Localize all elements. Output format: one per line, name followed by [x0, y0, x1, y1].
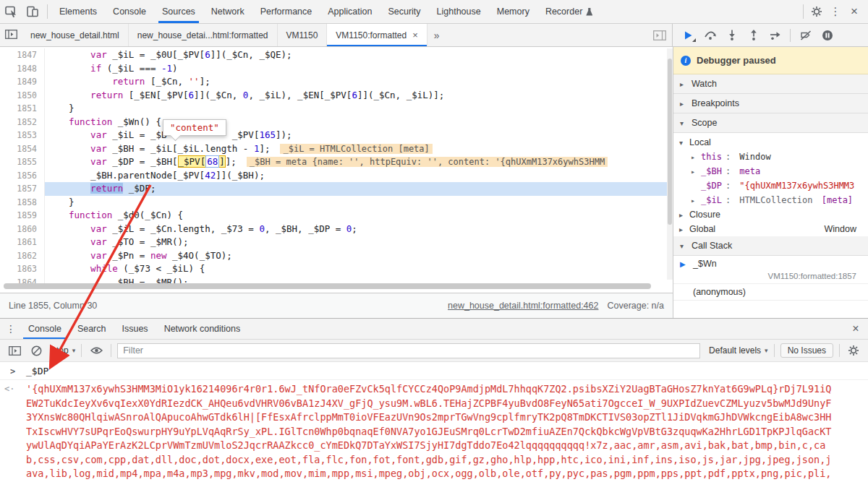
file-tab-new-house-detai-html-formatted[interactable]: new_house_detai...html:formatted [129, 24, 278, 46]
step-into-icon[interactable] [722, 26, 741, 45]
deactivate-breakpoints-icon[interactable] [796, 26, 815, 45]
log-levels-selector[interactable]: Default levels ▾ [709, 345, 768, 356]
step-icon[interactable] [765, 26, 785, 45]
section-breakpoints[interactable]: ▸Breakpoints [673, 94, 868, 113]
call-stack-frame-wn[interactable]: ▶_$WnVM1150:formatted:1857 [673, 256, 868, 284]
code-line-text[interactable]: function _$Wn() { [45, 116, 673, 129]
section-call-stack[interactable]: ▾ Call Stack [673, 236, 868, 256]
live-expression-eye-icon[interactable] [88, 341, 105, 360]
editor-horizontal-scrollbar[interactable] [4, 283, 651, 289]
editor-vertical-scrollbar[interactable] [667, 48, 673, 280]
line-number[interactable]: 1863 [0, 262, 45, 276]
line-number[interactable]: 1856 [0, 169, 45, 183]
line-number[interactable]: 1854 [0, 142, 45, 156]
code-line-text[interactable]: var _$iL = _$Cn.length, _$73 = 0, _$BH, … [45, 223, 673, 236]
filter-input[interactable] [117, 343, 700, 358]
resume-script-icon[interactable] [678, 26, 698, 45]
line-number[interactable]: 1851 [0, 102, 45, 116]
console-command-row[interactable]: > _$DP [0, 362, 868, 380]
settings-gear-icon[interactable] [807, 2, 826, 21]
drawer-tab-issues[interactable]: Issues [114, 319, 156, 339]
code-line-text[interactable]: if (_$iL === -1) [45, 62, 673, 76]
console-result-row[interactable]: <· '{qhUXmM137x6ywhS3HMM3MiO1yk16214096r… [0, 380, 868, 482]
line-number[interactable]: 1852 [0, 116, 45, 129]
console-settings-gear-icon[interactable] [846, 341, 861, 360]
console-sidebar-icon[interactable] [7, 341, 22, 360]
file-tab-vm1150[interactable]: VM1150 [278, 24, 328, 46]
main-tab-security[interactable]: Security [380, 0, 428, 23]
close-devtools-icon[interactable]: × [845, 2, 864, 21]
main-tab-sources[interactable]: Sources [154, 0, 203, 23]
toggle-debugger-sidebar-icon[interactable] [653, 24, 672, 46]
drawer-menu-icon[interactable]: ⋮ [1, 319, 20, 339]
toggle-navigator-icon[interactable] [0, 24, 22, 44]
line-number[interactable]: 1862 [0, 249, 45, 263]
main-tab-console[interactable]: Console [105, 0, 154, 23]
code-line-text[interactable]: function _$d0(_$Cn) { [45, 209, 673, 223]
file-tab-new-house-detail-html[interactable]: new_house_detail.html [22, 24, 129, 46]
scope-var-dp[interactable]: _$DP: "{qhUXmM137x6ywhS3HMM3 [673, 178, 868, 193]
scope-var-this[interactable]: ▸this: Window [673, 150, 868, 164]
line-number[interactable]: 1847 [0, 48, 45, 62]
code-line-1859: 1859function _$d0(_$Cn) { [0, 209, 673, 223]
code-line-text[interactable]: _$BH.parentNode[_$PV[42]](_$BH); [45, 169, 673, 183]
section-watch[interactable]: ▸Watch [673, 74, 868, 94]
scope-group-global[interactable]: ▸GlobalWindow [673, 222, 868, 236]
code-lines[interactable]: 1847 var _$iL = _$0U[_$PV[6]](_$Cn, _$QE… [0, 47, 673, 289]
context-selector[interactable]: top ▾ [56, 345, 75, 356]
code-line-text[interactable]: while (_$73 < _$iL) { [45, 262, 673, 276]
main-tab-network[interactable]: Network [203, 0, 252, 23]
line-number[interactable]: 1858 [0, 196, 45, 210]
line-number[interactable]: 1848 [0, 62, 45, 76]
code-line-text[interactable]: var _$TO = _$MR(); [45, 236, 673, 249]
main-tab-memory[interactable]: Memory [489, 0, 537, 23]
line-number[interactable]: 1849 [0, 75, 45, 89]
clear-console-icon[interactable] [28, 341, 44, 360]
line-number[interactable]: 1860 [0, 223, 45, 236]
main-tab-performance[interactable]: Performance [252, 0, 320, 23]
code-line-text[interactable]: var _$Pn = new _$4O(_$TO); [45, 249, 673, 263]
line-number[interactable]: 1855 [0, 155, 45, 169]
tab-close-icon[interactable]: × [412, 30, 418, 40]
issues-counter[interactable]: No Issues [780, 343, 833, 358]
line-number[interactable]: 1857 [0, 182, 45, 196]
main-tab-application[interactable]: Application [320, 0, 380, 23]
main-tab-lighthouse[interactable]: Lighthouse [429, 0, 489, 23]
code-line-text[interactable]: var _$BH = _$iL[_$iL.length - 1];_$iL = … [45, 142, 673, 156]
main-tab-elements[interactable]: Elements [51, 0, 105, 23]
line-number[interactable]: 1861 [0, 236, 45, 249]
section-scope[interactable]: ▾ Scope [673, 113, 868, 133]
more-options-icon[interactable]: ⋮ [826, 2, 845, 21]
code-line-text[interactable]: } [45, 196, 673, 210]
step-over-icon[interactable] [700, 26, 720, 45]
code-line-text[interactable]: var _$iL = _$B _$PV[165]); [45, 129, 673, 142]
inspect-element-icon[interactable] [0, 1, 22, 22]
main-tab-recorder[interactable]: Recorder [537, 0, 600, 23]
chevron-down-icon: ▾ [765, 347, 768, 354]
step-out-icon[interactable] [744, 26, 763, 45]
pause-on-exceptions-icon[interactable] [817, 26, 837, 45]
drawer-tab-network-conditions[interactable]: Network conditions [156, 319, 249, 339]
drawer-tab-search[interactable]: Search [69, 319, 114, 339]
code-editor: 1847 var _$iL = _$0U[_$PV[6]](_$Cn, _$QE… [0, 47, 673, 293]
file-tab-vm1150-formatted[interactable]: VM1150:formatted× [327, 24, 427, 46]
close-drawer-icon[interactable]: × [845, 319, 867, 339]
code-line-text[interactable]: return [_$Cn, '']; [45, 75, 673, 89]
scope-var-bh[interactable]: ▸_$BH: meta [673, 164, 868, 178]
paused-location-link[interactable]: new_house_detail.html:formatted:462 [448, 301, 598, 311]
call-stack-frame-anonymous[interactable]: (anonymous) [673, 284, 868, 301]
line-number[interactable]: 1853 [0, 129, 45, 142]
code-line-text[interactable]: var _$DP = _$BH[_$PV[68]];_$BH = meta {n… [45, 155, 673, 169]
scope-group-closure[interactable]: ▸Closure [673, 207, 868, 222]
tab-overflow-icon[interactable]: » [427, 24, 446, 46]
drawer-tab-console[interactable]: Console [20, 319, 69, 339]
scope-var-il[interactable]: ▸_$iL: HTMLCollection [meta] [673, 193, 868, 207]
code-line-text[interactable]: } [45, 102, 673, 116]
code-line-text[interactable]: return _$DP; [45, 182, 673, 196]
scope-group-local[interactable]: ▾Local [673, 135, 868, 150]
line-number[interactable]: 1850 [0, 89, 45, 103]
code-line-text[interactable]: var _$iL = _$0U[_$PV[6]](_$Cn, _$QE); [45, 48, 673, 62]
device-toolbar-icon[interactable] [22, 1, 43, 22]
code-line-text[interactable]: return [_$EN[_$PV[6]](_$Cn, 0, _$iL), _$… [45, 89, 673, 103]
line-number[interactable]: 1859 [0, 209, 45, 223]
